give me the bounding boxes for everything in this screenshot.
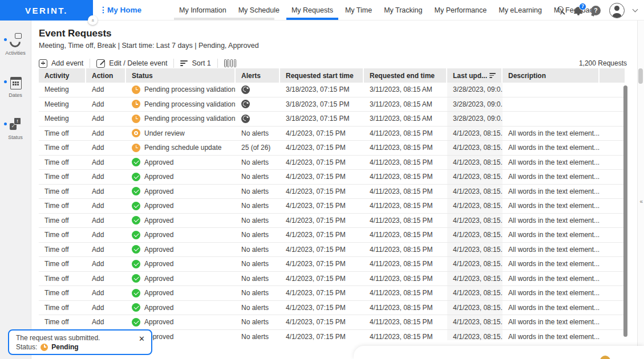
tab-my-performance[interactable]: My Performance xyxy=(434,0,488,21)
columns-icon xyxy=(224,59,236,67)
table-row[interactable]: Time offAddApprovedNo alerts4/1/2023, 07… xyxy=(39,185,626,199)
sidebar-item-dates[interactable]: Dates xyxy=(0,75,31,98)
column-header-activity[interactable]: Activity xyxy=(39,68,86,83)
panel-collapse-toggle[interactable]: « xyxy=(639,198,643,205)
chevron-down-icon[interactable] xyxy=(633,7,638,13)
table-row[interactable]: Time offAddApprovedNo alerts4/1/2023, 07… xyxy=(39,170,626,185)
approved-status-icon xyxy=(132,260,140,268)
add-event-icon xyxy=(39,59,47,68)
toast-status-value: Pending xyxy=(51,343,78,351)
approved-status-icon xyxy=(132,303,140,312)
approved-status-icon xyxy=(132,245,140,254)
column-header-description[interactable]: Description xyxy=(503,68,600,83)
toast-close-icon[interactable]: ✕ xyxy=(139,334,145,343)
table-header-row: ActivityActionStatusAlertsRequested star… xyxy=(39,68,626,83)
table-row[interactable]: Time offAddApprovedNo alerts4/1/2023, 07… xyxy=(39,257,626,272)
column-settings-button[interactable] xyxy=(224,59,236,67)
cell-action: Add xyxy=(86,257,126,271)
table-row[interactable]: MeetingAddPending processing validations… xyxy=(39,83,626,97)
cell-status: Approved xyxy=(126,156,236,170)
alerts-text: No alerts xyxy=(241,231,269,239)
cell-start-time: 4/1/2023, 07:15 PM xyxy=(280,330,364,341)
column-header-action[interactable]: Action xyxy=(86,68,126,83)
tab-my-tracking[interactable]: My Tracking xyxy=(383,0,423,21)
cell-start-time: 4/1/2023, 07:15 PM xyxy=(280,272,364,286)
table-row[interactable]: Time offAddApprovedNo alerts4/1/2023, 07… xyxy=(39,156,626,170)
tab-my-time[interactable]: My Time xyxy=(344,0,373,21)
cell-alerts: No alerts xyxy=(236,243,280,257)
filter-sidebar: ActivitiesDatesStatus xyxy=(0,21,31,359)
table-row[interactable]: Time offAddApprovedNo alerts4/1/2023, 07… xyxy=(39,272,626,287)
avatar[interactable] xyxy=(609,3,625,18)
sidebar-item-activities[interactable]: Activities xyxy=(0,33,31,56)
table-row[interactable]: MeetingAddPending processing validations… xyxy=(39,112,626,127)
cell-start-time: 4/1/2023, 07:15 PM xyxy=(280,170,364,184)
cell-activity: Meeting xyxy=(39,83,86,97)
rail-scrollbar-thumb[interactable] xyxy=(638,68,643,84)
cell-alerts: No alerts xyxy=(236,301,280,315)
tab-my-requests[interactable]: My Requests xyxy=(290,0,334,21)
header-collapse-button[interactable]: « xyxy=(88,15,98,25)
column-header-requested-start-time[interactable]: Requested start time xyxy=(280,68,364,83)
help-icon[interactable]: ? xyxy=(591,6,601,15)
alerts-text: No alerts xyxy=(241,333,269,340)
kebab-menu-icon[interactable]: ⋮ xyxy=(99,5,107,14)
cell-status: Approved xyxy=(126,286,236,300)
cell-activity: Time off xyxy=(39,199,86,213)
table-row[interactable]: Time offAddUnder reviewNo alerts4/1/2023… xyxy=(39,127,626,141)
add-event-button[interactable]: Add event xyxy=(39,59,83,68)
sort-icon xyxy=(180,60,188,67)
sidebar-item-label: Status xyxy=(0,134,31,140)
cell-description: All words in the text element... xyxy=(503,301,600,315)
table-row[interactable]: Time offAddPending schedule update25 (of… xyxy=(39,141,626,156)
column-header-status[interactable]: Status xyxy=(126,68,236,83)
table-row[interactable]: Time offAddApprovedNo alerts4/1/2023, 07… xyxy=(39,315,626,330)
column-header-last-upd[interactable]: Last upd... xyxy=(447,68,503,83)
sort-label: Sort 1 xyxy=(192,59,210,67)
alerts-text: No alerts xyxy=(241,318,269,326)
cell-last-updated: 4/1/2023, 08:15... xyxy=(447,315,503,329)
cell-filler xyxy=(600,228,626,242)
add-event-label: Add event xyxy=(51,59,83,67)
table-row[interactable]: Time offAddApprovedNo alerts4/1/2023, 07… xyxy=(39,286,626,301)
cell-description: All words in the text element... xyxy=(503,272,600,286)
cell-action: Add xyxy=(86,156,126,170)
column-header-alerts[interactable]: Alerts xyxy=(236,68,280,83)
toolbar-divider xyxy=(173,59,174,68)
cell-end-time: 4/11/2023, 08:15 PM xyxy=(364,330,447,341)
alerts-text: No alerts xyxy=(241,304,269,312)
page-title: Event Requests xyxy=(39,28,112,39)
tab-my-elearning[interactable]: My eLearning xyxy=(497,0,543,21)
cell-end-time: 4/11/2023, 08:15 PM xyxy=(364,185,447,199)
cell-description: All words in the text element... xyxy=(503,315,600,329)
sidebar-item-label: Dates xyxy=(0,92,31,98)
search-icon[interactable] xyxy=(557,6,565,14)
alerts-text: No alerts xyxy=(241,275,269,283)
cell-alerts xyxy=(236,112,280,126)
cell-activity: Time off xyxy=(39,286,86,300)
request-count: 1,200 Requests xyxy=(579,59,627,67)
column-header-requested-end-time[interactable]: Requested end time xyxy=(364,68,447,83)
sort-button[interactable]: Sort 1 xyxy=(180,59,210,67)
cell-action: Add xyxy=(86,199,126,213)
table-row[interactable]: Time offAddApprovedNo alerts4/1/2023, 07… xyxy=(39,214,626,229)
cell-end-time: 3/11/2023, 08:15 AM xyxy=(364,112,447,126)
table-row[interactable]: Time offAddApprovedNo alerts4/1/2023, 07… xyxy=(39,301,626,316)
notifications-bell-icon[interactable]: 7 xyxy=(574,6,582,15)
table-row[interactable]: MeetingAddPending processing validations… xyxy=(39,97,626,112)
cell-last-updated: 4/1/2023, 08:15... xyxy=(447,228,503,242)
sort-icon xyxy=(489,73,496,78)
sidebar-item-status[interactable]: Status xyxy=(0,117,31,140)
table-scrollbar-thumb[interactable] xyxy=(623,85,627,337)
cell-start-time: 4/1/2023, 07:15 PM xyxy=(280,228,364,242)
table-row[interactable]: Time offAddApprovedNo alerts4/1/2023, 07… xyxy=(39,199,626,214)
table-row[interactable]: Time offAddApprovedNo alerts4/1/2023, 07… xyxy=(39,228,626,243)
cell-activity: Time off xyxy=(39,127,86,141)
cell-activity: Time off xyxy=(39,156,86,170)
cell-end-time: 4/11/2023, 08:15 PM xyxy=(364,301,447,315)
cell-end-time: 4/11/2023, 08:15 PM xyxy=(364,156,447,170)
cell-end-time: 4/11/2023, 08:15 PM xyxy=(364,170,447,184)
edit-delete-event-button[interactable]: Edit / Delete event xyxy=(96,59,167,68)
table-row[interactable]: Time offAddApprovedNo alerts4/1/2023, 07… xyxy=(39,243,626,258)
my-home-link[interactable]: My Home xyxy=(107,6,141,14)
